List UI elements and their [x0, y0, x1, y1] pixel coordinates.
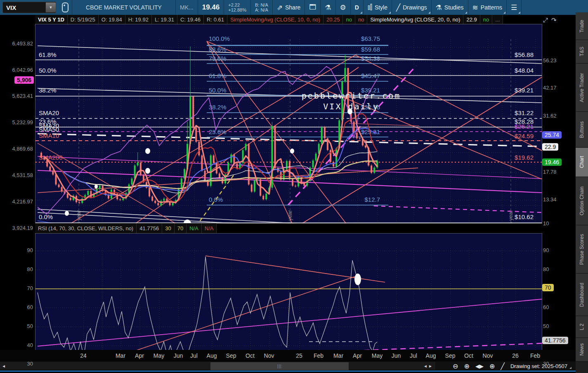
share-button[interactable]: ⇗ Share	[273, 0, 305, 15]
fib-blue-price-label: $12.7	[364, 196, 380, 203]
candle-body	[265, 194, 267, 199]
scroll-left-arrow-icon[interactable]: ◂	[2, 363, 5, 369]
study-sma10-value: 20.25	[324, 15, 343, 24]
crosshair-icon[interactable]: ⊕	[489, 362, 495, 370]
symbol-link-button[interactable]	[59, 0, 72, 15]
sidebar-tab-label: Option Chain	[579, 186, 585, 215]
sidebar-tab-option-chain[interactable]: Option Chain	[576, 177, 588, 225]
info-page-icon: 🗔	[309, 3, 316, 12]
sidebar-tab-label: Chart	[579, 156, 585, 168]
candle-body	[163, 198, 165, 201]
time-axis-label: 26	[512, 352, 519, 359]
ask-value: A: N/A	[255, 7, 268, 12]
maximize-icon[interactable]: ⤢	[543, 17, 548, 24]
time-axis-label: May	[372, 352, 383, 359]
patterns-button[interactable]: ≋Patterns	[468, 0, 507, 15]
ohlc-high: H: 19.92	[125, 15, 152, 24]
rsi-left-axis-label: 30	[27, 361, 33, 367]
study-ellipsis[interactable]: ...	[492, 15, 503, 24]
zoom-out-icon[interactable]: ⊖	[453, 362, 458, 370]
right-axis-price-badge: 25.74	[542, 131, 562, 139]
chart-settings-button[interactable]: ⚙	[336, 0, 351, 15]
time-axis[interactable]: 24MarAprMayJunJulAugSepOctNov25FebMarApr…	[0, 350, 576, 361]
candle-body	[122, 198, 124, 200]
rsi-left-axis-label: 70	[27, 285, 33, 291]
chevron-down-icon: ▼	[49, 5, 53, 9]
chart-title: VIX 5 Y 1D	[35, 15, 68, 24]
rsi-plot[interactable]	[35, 233, 542, 351]
chart-scrollbar-track[interactable]: ◂ ||| ◂ ▸	[0, 362, 435, 370]
time-axis-label: Apr	[135, 352, 144, 359]
sidebar-tab-news[interactable]: News	[576, 338, 588, 361]
drawings-button[interactable]: ╱Drawings	[392, 0, 432, 15]
candle-body	[333, 162, 334, 167]
chart-scrollbar-thumb[interactable]: |||	[210, 362, 349, 370]
left-axis-label: 4,531.58	[12, 172, 33, 178]
symbol-value[interactable]: VIX	[3, 4, 45, 11]
chart-menu-button[interactable]: ☰	[507, 0, 522, 15]
candle-body	[371, 165, 372, 173]
sma-tag: SMA10	[39, 132, 59, 139]
candle-body	[204, 171, 206, 180]
scroll-left-step-icon[interactable]: ◂	[424, 363, 427, 369]
fib-blue-percent-label: 88.6%	[209, 46, 227, 53]
zoom-in-icon[interactable]: ⊕	[464, 362, 470, 370]
sidebar-tab-l-2[interactable]: L 2	[576, 316, 588, 338]
symbol-input[interactable]: VIX ▼	[2, 2, 56, 13]
trend-line	[38, 134, 542, 146]
candle-body	[248, 144, 250, 185]
analysis-tools-button[interactable]: ⚗	[321, 0, 335, 15]
pencil-icon: ╱	[396, 3, 400, 12]
candle-body	[154, 201, 156, 203]
sidebar-tab-buttons[interactable]: Buttons	[576, 112, 588, 148]
sidebar-tab-t-s[interactable]: T&S	[576, 40, 588, 64]
watermark-line2: VIX daily	[281, 101, 421, 112]
study-sma10-label[interactable]: SimpleMovingAvg (CLOSE, 10, 0, no)	[227, 15, 324, 24]
timeframe-button[interactable]: D	[351, 0, 364, 15]
candle-body	[140, 163, 142, 175]
trendline-tool-icon[interactable]: ╱	[501, 362, 505, 370]
study-sma20-label[interactable]: SimpleMovingAvg (CLOSE, 20, 0, no)	[367, 15, 463, 24]
restore-snapshot-icon[interactable]: ↷	[551, 17, 557, 24]
bid-value: B: N/A	[255, 2, 268, 7]
candle-body	[353, 122, 355, 133]
time-axis-label: Jun	[174, 352, 183, 359]
candle-body	[61, 187, 63, 191]
rsi-left-axis-label: 40	[27, 342, 33, 348]
rsi-trend-line	[38, 343, 542, 350]
scroll-right-step-icon[interactable]: ▸	[429, 363, 432, 369]
candle-body	[289, 161, 290, 179]
time-axis-label: Nov	[483, 352, 493, 359]
rsi-left-axis-label: 50	[27, 323, 33, 329]
chart-info-button[interactable]: 🗔	[305, 0, 321, 15]
sidebar-tab-chart[interactable]: Chart	[576, 148, 588, 177]
sidebar-tab-dashboard[interactable]: Dashboard	[576, 274, 588, 316]
level-price-label: $24.59	[515, 132, 534, 139]
watermark-line1: pebblewriter.com	[281, 90, 421, 101]
year-line-label: 2025 year	[508, 210, 514, 223]
candle-body	[43, 158, 45, 160]
sidebar-tab-trade[interactable]: Trade	[576, 12, 588, 40]
time-axis-label: Mar	[116, 352, 125, 359]
main-price-plot[interactable]: 2023 year2024 year2025 year61.8%$56.8850…	[35, 24, 542, 224]
candle-body	[292, 179, 293, 186]
pan-arrows-icon[interactable]: ◀▶	[475, 363, 484, 369]
symbol-dropdown-button[interactable]: ▼	[45, 2, 56, 12]
sidebar-tab-phase-scores[interactable]: Phase Scores	[576, 225, 588, 274]
drawing-set-selector[interactable]: Drawing set: 2025-0507	[510, 363, 571, 369]
candle-body	[58, 184, 60, 187]
candle-body	[233, 154, 235, 163]
sidebar-tab-active-trader[interactable]: Active Trader	[576, 64, 588, 112]
rsi-line	[38, 257, 377, 350]
style-button[interactable]: ⫾⫿Style	[364, 0, 392, 15]
candle-body	[359, 138, 361, 139]
price-chart-canvas: 2023 year2024 year2025 year61.8%$56.8850…	[35, 24, 542, 223]
time-axis-label: Mar	[333, 352, 343, 359]
rsi-label[interactable]: RSI (14, 70, 30, CLOSE, WILDERS, no)	[35, 223, 137, 233]
candle-body	[169, 202, 171, 205]
studies-button[interactable]: ⚗Studies	[432, 0, 468, 15]
study-sma20-value: 22.9	[463, 15, 480, 24]
sma-tag: SMA200	[39, 154, 63, 161]
fib-blue-percent-label: 79.6%	[209, 55, 227, 62]
candle-body	[192, 97, 194, 128]
